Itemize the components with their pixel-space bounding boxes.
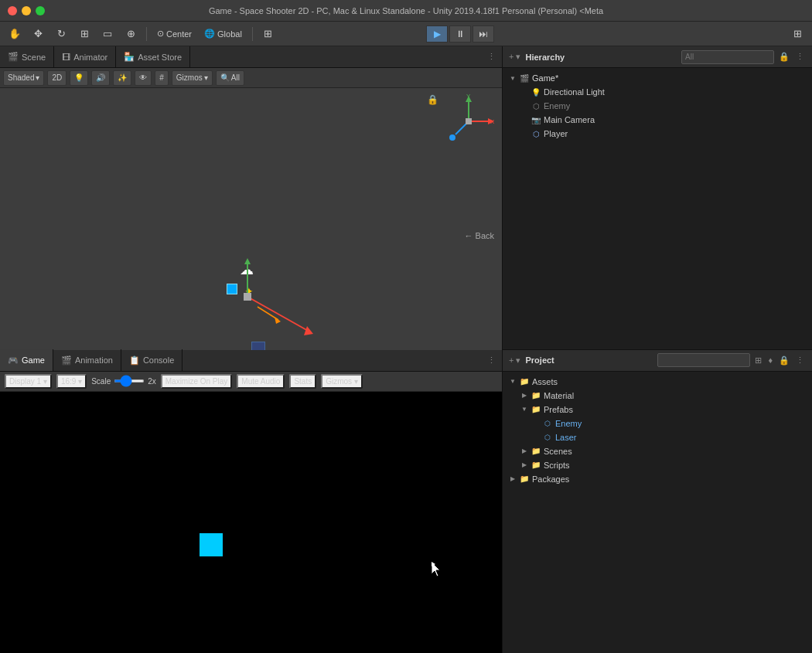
move-tool[interactable]: ✥ — [28, 26, 48, 43]
svg-marker-10 — [244, 258, 251, 264]
tab-animation[interactable]: 🎬 Animation — [53, 349, 121, 371]
pivot-icon: ⊙ — [157, 29, 164, 39]
project-view-icon[interactable]: ⊞ — [753, 354, 763, 367]
scale-tool[interactable]: ⊞ — [74, 26, 94, 43]
scale-slider[interactable] — [114, 379, 145, 383]
tree-item-directional-light[interactable]: 💡 Directional Light — [503, 85, 812, 99]
scenes-folder-icon: 📁 — [531, 446, 541, 457]
aspect-dropdown[interactable]: 16:9 ▾ — [56, 374, 87, 389]
asset-store-tab-icon: 🏪 — [124, 52, 135, 62]
mute-audio-button[interactable]: Mute Audio — [237, 374, 285, 389]
mute-audio-label: Mute Audio — [241, 377, 280, 386]
game-tabs-more[interactable]: ⋮ — [481, 355, 502, 366]
scene-view[interactable]: Y X ← Back 🔒 ☁ ✦ — [0, 88, 502, 350]
svg-rect-6 — [466, 118, 472, 124]
hierarchy-search-input[interactable] — [681, 50, 774, 64]
svg-rect-13 — [244, 293, 251, 301]
tree-item-assets[interactable]: ▼ 📁 Assets — [503, 375, 812, 389]
play-button[interactable]: ▶ — [426, 26, 448, 43]
tab-game[interactable]: 🎮 Game — [0, 349, 53, 371]
shading-dropdown[interactable]: Shaded ▾ — [3, 70, 44, 86]
tree-item-scripts[interactable]: ▶ 📁 Scripts — [503, 458, 812, 472]
scene-grid-btn[interactable]: # — [155, 70, 169, 86]
directional-light-icon: 💡 — [531, 87, 541, 97]
maximize-button[interactable] — [36, 6, 45, 15]
packages-label: Packages — [532, 474, 569, 484]
close-button[interactable] — [8, 6, 17, 15]
display-chevron: ▾ — [43, 377, 47, 386]
gizmos-dropdown[interactable]: Gizmos ▾ — [172, 70, 213, 86]
audio-btn[interactable]: 🔊 — [91, 70, 110, 86]
play-controls: ▶ ⏸ ⏭ — [426, 26, 494, 43]
pivot-button[interactable]: ⊙ Center — [152, 26, 196, 43]
aspect-label: 16:9 — [61, 377, 76, 386]
lock-icon: 🔒 — [427, 94, 438, 105]
player-label: Player — [544, 129, 568, 138]
lighting-btn[interactable]: 💡 — [70, 70, 88, 86]
tab-scene[interactable]: 🎬 Scene — [0, 46, 54, 68]
scale-value: 2x — [148, 377, 156, 386]
project-more-icon[interactable]: ⋮ — [794, 354, 806, 367]
material-label: Material — [544, 391, 574, 400]
tree-item-packages[interactable]: ▶ 📁 Packages — [503, 472, 812, 486]
project-search-input[interactable] — [657, 353, 750, 367]
search-icon: 🔍 — [220, 73, 230, 82]
game-gizmos-button[interactable]: Gizmos ▾ — [321, 374, 363, 389]
hierarchy-more-icon[interactable]: ⋮ — [794, 50, 806, 63]
svg-marker-12 — [304, 326, 313, 335]
project-lock-icon[interactable]: 🔒 — [777, 354, 791, 367]
back-button[interactable]: ← Back — [464, 231, 494, 240]
tree-item-prefabs[interactable]: ▼ 📁 Prefabs — [503, 403, 812, 417]
layers-button[interactable]: ⊞ — [787, 26, 807, 43]
hierarchy-header: + ▾ Hierarchy 🔒 ⋮ — [503, 46, 812, 68]
transform-tool[interactable]: ⊕ — [121, 26, 141, 43]
hierarchy-lock-icon[interactable]: 🔒 — [777, 50, 791, 63]
game-view[interactable] — [0, 392, 502, 654]
tree-item-material[interactable]: ▶ 📁 Material — [503, 389, 812, 403]
enemy-prefab-icon: ⬡ — [542, 418, 553, 429]
scene-vis-btn[interactable]: 👁 — [135, 70, 152, 86]
hand-tool[interactable]: ✋ — [5, 26, 25, 43]
globe-icon: 🌐 — [204, 29, 215, 39]
minimize-button[interactable] — [22, 6, 31, 15]
fx-btn[interactable]: ✨ — [113, 70, 131, 86]
project-header: + ▾ Project ⊞ ♦ 🔒 ⋮ — [503, 350, 812, 372]
player-icon: ⬡ — [531, 128, 541, 139]
tree-item-main-camera[interactable]: 📷 Main Camera — [503, 113, 812, 127]
enemy-icon: ⬡ — [531, 100, 541, 111]
2d-toggle[interactable]: 2D — [47, 70, 67, 86]
transform-gizmo — [217, 258, 333, 350]
assets-label: Assets — [532, 377, 558, 386]
search-all-btn[interactable]: 🔍 All — [216, 70, 244, 86]
tree-item-game[interactable]: ▼ 🎬 Game* — [503, 71, 812, 85]
display-dropdown[interactable]: Display 1 ▾ — [5, 374, 52, 389]
svg-text:X: X — [490, 118, 495, 125]
add-hierarchy-icon[interactable]: + ▾ — [509, 52, 520, 62]
display-label: Display 1 — [9, 377, 41, 386]
scene-tab-bar: 🎬 Scene 🎞 Animator 🏪 Asset Store ⋮ — [0, 46, 502, 68]
space-button[interactable]: 🌐 Global — [200, 26, 247, 43]
tree-item-scenes[interactable]: ▶ 📁 Scenes — [503, 444, 812, 458]
space-label: Global — [217, 29, 242, 39]
project-filter-icon[interactable]: ♦ — [766, 354, 774, 366]
tree-item-enemy-prefab[interactable]: ⬡ Enemy — [503, 417, 812, 430]
stats-button[interactable]: Stats — [289, 374, 316, 389]
rotate-tool[interactable]: ↻ — [51, 26, 71, 43]
maximize-on-play-button[interactable]: Maximize On Play — [161, 374, 233, 389]
pause-button[interactable]: ⏸ — [449, 26, 471, 43]
step-button[interactable]: ⏭ — [473, 26, 494, 43]
tab-asset-store[interactable]: 🏪 Asset Store — [116, 46, 190, 68]
game-tab-bar: 🎮 Game 🎬 Animation 📋 Console ⋮ — [0, 350, 502, 372]
tree-item-player[interactable]: ⬡ Player — [503, 127, 812, 141]
rect-tool[interactable]: ▭ — [97, 26, 118, 43]
tab-animator[interactable]: 🎞 Animator — [54, 46, 116, 68]
window-controls[interactable] — [8, 6, 45, 15]
tree-item-enemy[interactable]: ⬡ Enemy — [503, 99, 812, 113]
scripts-label: Scripts — [544, 461, 570, 470]
add-project-icon[interactable]: + ▾ — [509, 355, 520, 366]
scene-tabs-more[interactable]: ⋮ — [481, 52, 502, 62]
enemy-label: Enemy — [544, 101, 570, 111]
tab-console[interactable]: 📋 Console — [121, 349, 183, 371]
tree-item-laser-prefab[interactable]: ⬡ Laser — [503, 430, 812, 444]
grid-button[interactable]: ⊞ — [258, 26, 278, 43]
